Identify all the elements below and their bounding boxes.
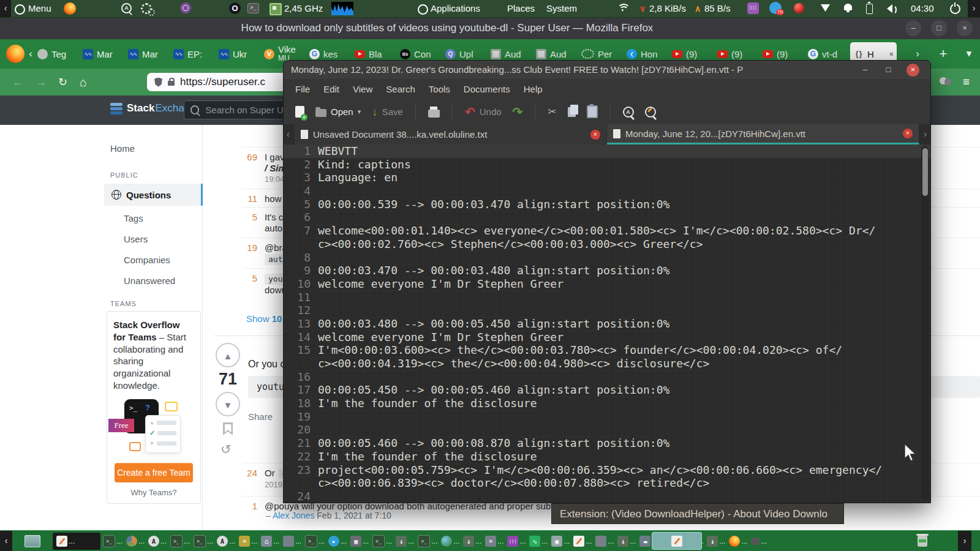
- firefox-launcher-icon[interactable]: [64, 2, 76, 15]
- tab-close-icon[interactable]: ×: [903, 129, 913, 138]
- find-button[interactable]: A: [619, 102, 638, 122]
- bookmark-icon[interactable]: [223, 422, 233, 435]
- tracking-shield-icon[interactable]: [154, 78, 162, 87]
- menu-label[interactable]: Menu: [28, 0, 51, 17]
- new-tab-button[interactable]: +: [936, 39, 951, 69]
- minimize-button[interactable]: –: [905, 20, 921, 36]
- taskbar-item-audio[interactable]: ...: [506, 533, 527, 550]
- taskbar-item-term[interactable]: ...: [192, 533, 214, 550]
- taskbar-item-firefox[interactable]: ...: [728, 533, 748, 550]
- open-button[interactable]: Open ▾: [311, 102, 365, 122]
- menu-help[interactable]: Help: [517, 79, 549, 99]
- network-signal-icon[interactable]: [617, 4, 628, 12]
- taskbar-item-download[interactable]: ...: [616, 533, 637, 550]
- share-link[interactable]: Share: [248, 411, 273, 422]
- tab-close-icon[interactable]: ×: [590, 130, 600, 140]
- taskbar-item-telegram[interactable]: ...: [327, 533, 348, 550]
- downvote-button[interactable]: ▼: [216, 392, 240, 416]
- system-menu[interactable]: System: [546, 0, 577, 17]
- taskbar-item-term[interactable]: ...: [102, 533, 124, 550]
- taskbar-item-download[interactable]: ...: [462, 533, 483, 550]
- lock-icon[interactable]: [168, 81, 175, 86]
- sidebar-item-tags[interactable]: Tags: [104, 208, 202, 229]
- extension-icon[interactable]: [940, 77, 953, 86]
- taskbar-item-term[interactable]: ...: [371, 533, 393, 550]
- settings-gears-icon[interactable]: [141, 3, 152, 14]
- sidebar-item-questions[interactable]: Questions: [104, 184, 203, 206]
- scrollbar-thumb[interactable]: [922, 148, 928, 196]
- why-teams-link[interactable]: Why Teams?: [107, 488, 200, 497]
- taskbar-item-edit[interactable]: ...: [572, 533, 593, 550]
- taskbar-item-active-editor[interactable]: [652, 532, 702, 550]
- sidebar-item-companies[interactable]: Companies: [104, 250, 202, 271]
- menu-search[interactable]: Search: [379, 79, 422, 99]
- taskbar-item-image[interactable]: ...: [550, 533, 571, 550]
- editor-tab[interactable]: Monday, June 12, 20...[zDY7t6HihCw].en.v…: [607, 124, 919, 144]
- taskbar-item-term[interactable]: ...: [304, 533, 326, 550]
- close-button[interactable]: ×: [907, 64, 919, 77]
- menu-documents[interactable]: Documents: [457, 79, 517, 99]
- applications-menu[interactable]: Applications: [431, 0, 480, 17]
- print-button[interactable]: [424, 102, 444, 122]
- taskbar-item-wave[interactable]: ...: [528, 533, 549, 550]
- clock[interactable]: 04:30: [911, 0, 934, 17]
- new-document-button[interactable]: [291, 102, 309, 122]
- volume-icon[interactable]: [887, 4, 892, 13]
- editor-scrollbar[interactable]: [921, 146, 929, 500]
- taskbar-item-search[interactable]: ...: [216, 533, 236, 550]
- browser-tab[interactable]: Mar: [125, 39, 170, 69]
- tab-close-icon[interactable]: ×: [889, 50, 894, 59]
- upvote-button[interactable]: ▲: [216, 343, 240, 367]
- hamburger-menu-icon[interactable]: ≡: [963, 69, 970, 96]
- tab-scroll-left[interactable]: ‹: [287, 124, 290, 144]
- taskbar-item-globe[interactable]: ...: [440, 533, 461, 550]
- mate-menu-icon[interactable]: [15, 4, 25, 15]
- back-button[interactable]: ←: [12, 69, 23, 96]
- cpu-graph[interactable]: [331, 2, 353, 15]
- notifications-bell-icon[interactable]: [844, 4, 852, 10]
- search-tool-icon[interactable]: A: [121, 3, 132, 13]
- sidebar-item-users[interactable]: Users: [104, 229, 202, 250]
- trash-button[interactable]: [910, 533, 935, 550]
- terminal-launcher-icon[interactable]: >_: [247, 3, 259, 13]
- paste-button[interactable]: [582, 102, 602, 122]
- applications-menu-icon[interactable]: [418, 4, 428, 15]
- open-dropdown-icon[interactable]: ▾: [358, 108, 361, 116]
- show-desktop-button[interactable]: [16, 533, 49, 550]
- show-more-comments-link[interactable]: Show 10: [246, 313, 282, 324]
- browser-tab[interactable]: Ukr: [216, 39, 261, 69]
- taskbar-item-chart[interactable]: ...: [125, 533, 146, 550]
- redo-button[interactable]: ↷: [508, 102, 527, 122]
- maximize-button[interactable]: □: [931, 20, 947, 36]
- menu-view[interactable]: View: [346, 79, 379, 99]
- maximize-button[interactable]: □: [882, 64, 895, 77]
- audio-applet-icon[interactable]: [747, 2, 759, 14]
- tab-scroll-right[interactable]: ›: [924, 124, 927, 144]
- taskbar-item-search[interactable]: ...: [147, 533, 168, 550]
- taskbar-item-term[interactable]: ...: [417, 533, 439, 550]
- recording-tray-icon[interactable]: [794, 3, 804, 13]
- undo-button[interactable]: ↶ Undo: [461, 102, 506, 122]
- taskbar-scroll-right[interactable]: ›: [958, 531, 971, 551]
- firefox-titlebar[interactable]: How to download only subtitles of videos…: [0, 17, 980, 39]
- taskbar-scroll-left[interactable]: ‹: [0, 531, 12, 551]
- save-button[interactable]: ↓ Save: [368, 102, 407, 122]
- home-button[interactable]: ⌂: [80, 69, 87, 96]
- taskbar-item-term[interactable]: ...: [169, 533, 191, 550]
- tor-browser-icon[interactable]: O: [229, 2, 241, 14]
- tabs-dropdown-button[interactable]: ▾: [962, 39, 976, 69]
- taskbar-item-home[interactable]: ...: [260, 533, 281, 550]
- taskbar-item-tiny[interactable]: ...: [750, 533, 768, 550]
- cut-button[interactable]: ✂: [543, 102, 560, 122]
- panel-scroll-left[interactable]: ‹: [0, 0, 11, 17]
- url-text[interactable]: https://superuser.c: [180, 76, 265, 88]
- taskbar-item-pluma[interactable]: ...: [53, 533, 100, 550]
- editor-titlebar[interactable]: Monday, June 12, 2023! Dr. Greer's Groun…: [284, 61, 930, 80]
- browser-tab[interactable]: Teg: [34, 39, 80, 69]
- taskbar-item-media[interactable]: ...: [349, 533, 370, 550]
- sidebar-item-unanswered[interactable]: Unanswered: [104, 271, 202, 291]
- messenger-tray-icon[interactable]: 70: [769, 2, 782, 14]
- minimize-button[interactable]: –: [859, 64, 872, 77]
- create-team-button[interactable]: Create a free Team: [115, 463, 193, 482]
- battery-icon[interactable]: [866, 4, 873, 14]
